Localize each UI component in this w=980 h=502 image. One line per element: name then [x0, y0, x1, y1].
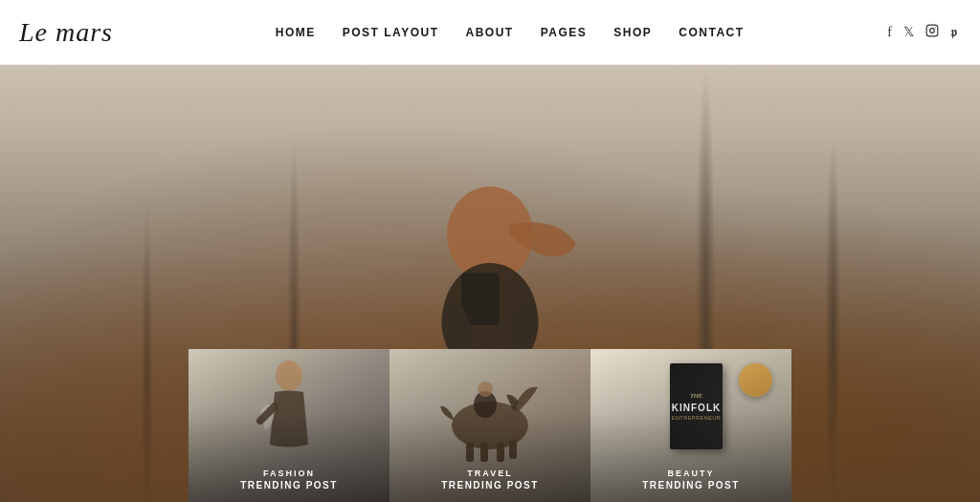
svg-point-1	[930, 29, 935, 33]
twitter-icon[interactable]: 𝕏	[903, 26, 914, 39]
svg-rect-0	[926, 25, 938, 36]
trending-cards: FASHION TRENDING POST	[189, 349, 791, 502]
fashion-card[interactable]: FASHION TRENDING POST	[189, 349, 390, 502]
svg-point-2	[935, 27, 936, 28]
site-header: Le mars HOME POST LAYOUT ABOUT PAGES SHO…	[0, 0, 980, 65]
nav-about[interactable]: ABOUT	[465, 26, 513, 39]
nav-contact[interactable]: CONTACT	[679, 26, 744, 39]
nav-post-layout[interactable]: POST LAYOUT	[343, 26, 439, 39]
hero-section: FASHION TRENDING POST	[0, 65, 980, 502]
beauty-card[interactable]: THE KINFOLK ENTREPRENEUR BEAUTY TRENDING…	[590, 349, 791, 502]
social-links: f 𝕏 𝖕	[887, 24, 957, 40]
beauty-title: TRENDING POST	[590, 480, 791, 491]
instagram-icon[interactable]	[925, 24, 939, 40]
travel-category: TRAVEL	[390, 469, 590, 478]
travel-card-content: TRAVEL TRENDING POST	[390, 469, 590, 491]
fashion-title: TRENDING POST	[189, 480, 390, 491]
nav-pages[interactable]: PAGES	[541, 26, 588, 39]
nav-shop[interactable]: SHOP	[613, 26, 652, 39]
beauty-card-content: BEAUTY TRENDING POST	[590, 469, 791, 491]
site-logo[interactable]: Le mars	[19, 17, 113, 48]
travel-card[interactable]: TRAVEL TRENDING POST	[390, 349, 590, 502]
facebook-icon[interactable]: f	[887, 26, 892, 39]
fashion-card-content: FASHION TRENDING POST	[189, 469, 390, 491]
beauty-category: BEAUTY	[590, 469, 791, 478]
fashion-category: FASHION	[189, 469, 390, 478]
main-nav: HOME POST LAYOUT ABOUT PAGES SHOP CONTAC…	[132, 26, 887, 39]
travel-title: TRENDING POST	[390, 480, 590, 491]
pinterest-icon[interactable]: 𝖕	[950, 26, 957, 39]
nav-home[interactable]: HOME	[276, 26, 316, 39]
